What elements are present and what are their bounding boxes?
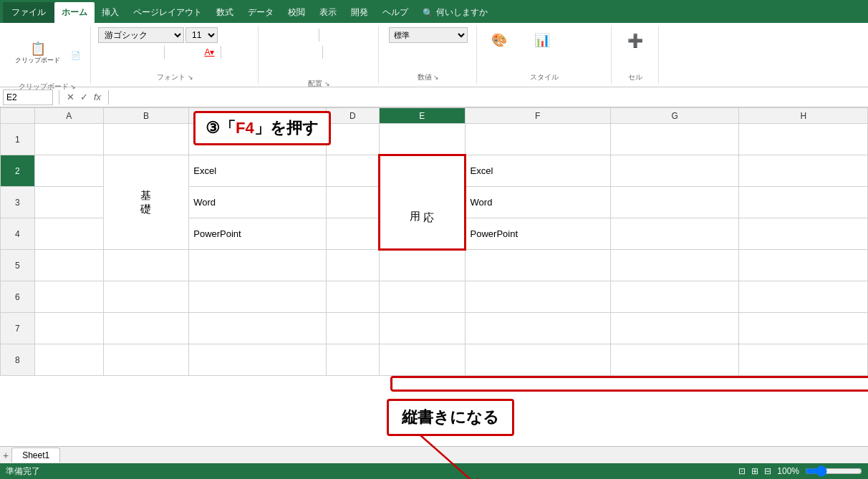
cell-b5[interactable]: [103, 250, 189, 281]
increase-decimal-btn[interactable]: .0→: [438, 44, 453, 60]
cell-c5[interactable]: [189, 250, 326, 281]
tab-formulas[interactable]: 数式: [209, 2, 241, 23]
increase-font-btn[interactable]: A↑: [219, 27, 235, 43]
cell-b1[interactable]: [103, 124, 189, 155]
cell-a3[interactable]: [34, 187, 103, 218]
cell-d7[interactable]: [326, 313, 379, 344]
cell-a1[interactable]: [34, 124, 103, 155]
col-header-e[interactable]: E: [379, 108, 465, 124]
tab-view[interactable]: 表示: [312, 2, 344, 23]
col-header-d[interactable]: D: [326, 108, 379, 124]
cell-e6[interactable]: [379, 281, 465, 313]
cell-f1[interactable]: [465, 124, 610, 155]
cell-h1[interactable]: [739, 124, 868, 155]
cell-f5[interactable]: [465, 250, 610, 281]
copy-button[interactable]: 📄: [67, 47, 85, 63]
cell-d4[interactable]: [326, 218, 379, 250]
cell-f7[interactable]: [465, 313, 610, 344]
tab-home[interactable]: ホーム: [54, 2, 95, 23]
cell-f3[interactable]: Word: [465, 187, 610, 218]
cell-a8[interactable]: [34, 344, 103, 376]
cell-a5[interactable]: [34, 250, 103, 281]
row-header-3[interactable]: 3: [1, 187, 35, 218]
format-as-table-btn[interactable]: 📊 テーブルとして書式設定 ▾: [517, 28, 566, 71]
cell-f2[interactable]: Excel: [465, 155, 610, 187]
confirm-formula-icon[interactable]: ✓: [79, 90, 90, 104]
view-layout-icon[interactable]: ⊞: [751, 466, 758, 476]
cell-g7[interactable]: [610, 313, 738, 344]
row-header-7[interactable]: 7: [1, 313, 35, 344]
merge-center-btn[interactable]: セルを結合して中央揃え ▾: [291, 62, 348, 77]
row-header-5[interactable]: 5: [1, 250, 35, 281]
row-header-4[interactable]: 4: [1, 218, 35, 250]
bold-btn[interactable]: B: [111, 44, 127, 60]
decrease-decimal-btn[interactable]: ←.0: [455, 44, 471, 60]
cell-ref-box[interactable]: [3, 89, 53, 105]
cancel-formula-icon[interactable]: ✕: [65, 90, 76, 104]
cell-c7[interactable]: [189, 313, 326, 344]
sheet-tab-1[interactable]: Sheet1: [11, 447, 60, 463]
cell-d1[interactable]: [326, 124, 379, 155]
cell-c8[interactable]: [189, 344, 326, 376]
col-header-a[interactable]: A: [34, 108, 103, 124]
insert-btn[interactable]: ➕ 挿入 ▾: [622, 30, 650, 61]
paste-button[interactable]: 📋 クリップボード: [10, 39, 65, 68]
font-size-select[interactable]: 11: [185, 27, 218, 43]
cell-d5[interactable]: [326, 250, 379, 281]
cell-e2-oyo[interactable]: 応用: [379, 155, 465, 250]
italic-btn[interactable]: I: [128, 44, 144, 60]
cell-g3[interactable]: [610, 187, 738, 218]
cell-e8[interactable]: [379, 344, 465, 376]
cell-c6[interactable]: [189, 281, 326, 313]
align-right-btn[interactable]: ≡: [304, 44, 319, 60]
row-header-6[interactable]: 6: [1, 281, 35, 313]
row-header-1[interactable]: 1: [1, 124, 35, 155]
cell-g6[interactable]: [610, 281, 738, 313]
cell-b8[interactable]: [103, 344, 189, 376]
cell-d8[interactable]: [326, 344, 379, 376]
cell-e1[interactable]: [379, 124, 465, 155]
cell-c4[interactable]: PowerPoint: [189, 218, 326, 250]
cell-g1[interactable]: [610, 124, 738, 155]
cell-g2[interactable]: [610, 155, 738, 187]
zoom-slider[interactable]: [805, 465, 862, 477]
tab-help[interactable]: ヘルプ: [375, 2, 415, 23]
currency-btn[interactable]: ¥▾: [386, 44, 402, 60]
tab-dev[interactable]: 開発: [344, 2, 375, 23]
col-header-f[interactable]: F: [465, 108, 610, 124]
underline-btn[interactable]: U▾: [145, 44, 161, 60]
cell-f6[interactable]: [465, 281, 610, 313]
align-center-btn[interactable]: ≡: [286, 44, 302, 60]
tab-page-layout[interactable]: ページレイアウト: [126, 2, 209, 23]
row-header-2[interactable]: 2: [1, 155, 35, 187]
cell-b7[interactable]: [103, 313, 189, 344]
cell-e5[interactable]: [379, 250, 465, 281]
col-header-g[interactable]: G: [610, 108, 738, 124]
cell-h7[interactable]: [739, 313, 868, 344]
cell-h8[interactable]: [739, 344, 868, 376]
align-top-btn[interactable]: ⬆: [266, 27, 281, 43]
cell-a4[interactable]: [34, 218, 103, 250]
cell-b6[interactable]: [103, 281, 189, 313]
cell-a6[interactable]: [34, 281, 103, 313]
align-left-btn[interactable]: ≡: [269, 44, 285, 60]
add-sheet-btn[interactable]: +: [3, 450, 9, 461]
tab-file[interactable]: ファイル: [3, 2, 54, 23]
cell-h6[interactable]: [739, 281, 868, 313]
cell-h4[interactable]: [739, 218, 868, 250]
cell-h5[interactable]: [739, 250, 868, 281]
cell-g8[interactable]: [610, 344, 738, 376]
number-format-select[interactable]: 標準: [389, 27, 468, 43]
cell-g4[interactable]: [610, 218, 738, 250]
view-pagebreak-icon[interactable]: ⊟: [764, 466, 771, 476]
view-normal-icon[interactable]: ⊡: [738, 466, 746, 476]
font-color-btn[interactable]: A▾: [202, 44, 218, 60]
cell-g5[interactable]: [610, 250, 738, 281]
cell-styles-btn[interactable]: 🗂 セルのスタイル ▾: [569, 28, 605, 71]
col-header-b[interactable]: B: [103, 108, 189, 124]
cell-f4[interactable]: PowerPoint: [465, 218, 610, 250]
cut-button[interactable]: ✂: [67, 30, 85, 46]
tab-review[interactable]: 校閲: [281, 2, 312, 23]
conditional-format-btn[interactable]: 🎨 条件付き書式 ▾: [484, 28, 514, 71]
wrap-text-btn[interactable]: 折り返して全体を表示する: [326, 44, 369, 60]
